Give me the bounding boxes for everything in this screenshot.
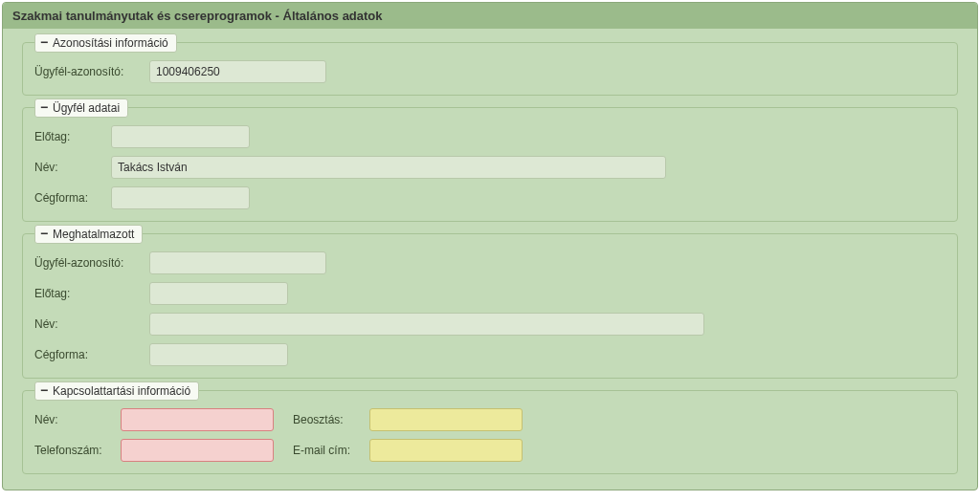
delegate-fieldset: − Meghatalmazott Ügyfél-azonosító: Előta…	[22, 233, 958, 379]
client-prefix-row: Előtag:	[34, 125, 946, 148]
legend-text: Meghatalmazott	[53, 228, 134, 241]
legend-text: Ügyfél adatai	[53, 101, 120, 115]
client-data-fieldset: − Ügyfél adatai Előtag: Név: Cégforma:	[22, 107, 958, 222]
main-panel: Szakmai tanulmányutak és csereprogramok …	[2, 2, 978, 490]
client-companyform-input[interactable]	[111, 186, 250, 209]
delegate-companyform-input[interactable]	[149, 343, 288, 366]
identification-legend[interactable]: − Azonosítási információ	[34, 33, 177, 53]
delegate-clientid-input[interactable]	[149, 251, 326, 274]
delegate-prefix-row: Előtag:	[34, 282, 946, 305]
delegate-name-label: Név:	[34, 317, 149, 331]
contact-legend[interactable]: − Kapcsolattartási információ	[34, 381, 199, 401]
delegate-companyform-row: Cégforma:	[34, 343, 946, 366]
collapse-icon: −	[39, 103, 49, 113]
delegate-prefix-label: Előtag:	[34, 287, 149, 300]
contact-position-label: Beosztás:	[293, 413, 369, 426]
client-prefix-label: Előtag:	[34, 130, 111, 143]
collapse-icon: −	[39, 38, 49, 48]
contact-position-input[interactable]	[369, 408, 523, 431]
delegate-name-input[interactable]	[149, 313, 704, 336]
delegate-clientid-row: Ügyfél-azonosító:	[34, 251, 946, 274]
client-name-input[interactable]	[111, 156, 666, 179]
delegate-companyform-label: Cégforma:	[34, 348, 149, 361]
contact-email-label: E-mail cím:	[293, 444, 369, 457]
client-companyform-row: Cégforma:	[34, 186, 946, 209]
contact-phone-input[interactable]	[121, 439, 274, 462]
identification-fieldset: − Azonosítási információ Ügyfél-azonosít…	[22, 42, 958, 96]
client-id-label: Ügyfél-azonosító:	[34, 65, 149, 78]
collapse-icon: −	[39, 229, 49, 239]
client-name-row: Név:	[34, 156, 946, 179]
panel-body: − Azonosítási információ Ügyfél-azonosít…	[3, 42, 977, 490]
client-id-input[interactable]	[149, 60, 326, 83]
collapse-icon: −	[39, 386, 49, 396]
delegate-clientid-label: Ügyfél-azonosító:	[34, 256, 149, 270]
delegate-prefix-input[interactable]	[149, 282, 288, 305]
contact-phone-label: Telefonszám:	[34, 444, 121, 457]
client-data-legend[interactable]: − Ügyfél adatai	[34, 98, 128, 118]
contact-email-input[interactable]	[369, 439, 523, 462]
contact-name-input[interactable]	[121, 408, 274, 431]
client-id-row: Ügyfél-azonosító:	[34, 60, 946, 83]
contact-name-label: Név:	[34, 413, 121, 426]
delegate-name-row: Név:	[34, 313, 946, 336]
contact-fieldset: − Kapcsolattartási információ Név: Beosz…	[22, 390, 958, 474]
client-name-label: Név:	[34, 161, 111, 174]
client-prefix-input[interactable]	[111, 125, 250, 148]
delegate-legend[interactable]: − Meghatalmazott	[34, 225, 143, 244]
contact-row-2: Telefonszám: E-mail cím:	[34, 439, 946, 462]
legend-text: Azonosítási információ	[53, 36, 168, 50]
client-companyform-label: Cégforma:	[34, 191, 111, 205]
contact-row-1: Név: Beosztás:	[34, 408, 946, 431]
legend-text: Kapcsolattartási információ	[53, 384, 190, 398]
panel-title: Szakmai tanulmányutak és csereprogramok …	[3, 3, 977, 29]
